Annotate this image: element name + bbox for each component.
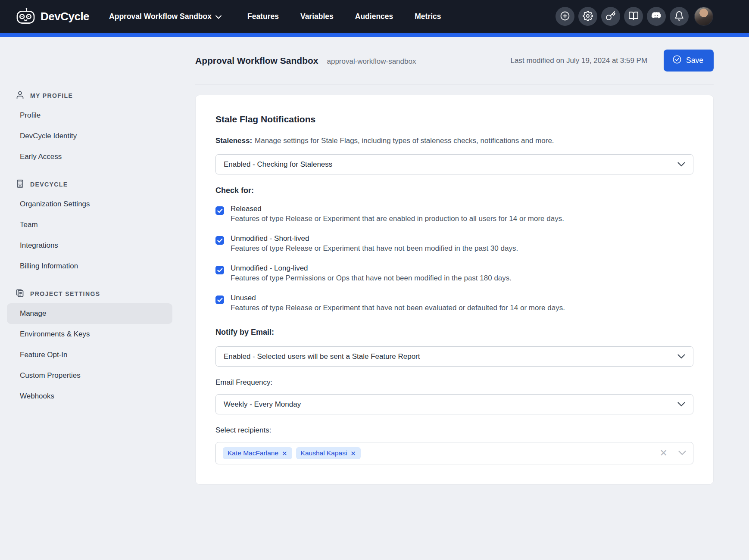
email-frequency-label: Email Frequency: (215, 378, 693, 387)
check-option-label: Unused (231, 294, 565, 302)
sidebar-item-label: Environments & Keys (20, 330, 90, 339)
project-slug: approval-workflow-sandbox (327, 57, 416, 66)
sidebar-item-label: Billing Information (20, 262, 78, 271)
staleness-select[interactable]: Enabled - Checking for Staleness (215, 154, 693, 174)
robot-logo-icon (16, 7, 36, 26)
staleness-check-option[interactable]: Unused Features of type Release or Exper… (215, 294, 693, 312)
last-modified-text: Last modified on July 19, 2024 at 3:59 P… (511, 56, 648, 65)
remove-recipient-icon[interactable]: ✕ (282, 450, 287, 457)
sidebar-item-label: Organization Settings (20, 200, 90, 208)
devcycle-logo[interactable]: DevCycle (16, 7, 89, 26)
check-option-description: Features of type Release or Experiment t… (231, 215, 564, 223)
check-option-description: Features of type Release or Experiment t… (231, 244, 518, 253)
checkbox[interactable] (215, 296, 224, 304)
checkbox[interactable] (215, 236, 224, 245)
page-header: Approval Workflow Sandbox approval-workf… (195, 37, 714, 84)
remove-recipient-icon[interactable]: ✕ (350, 450, 356, 457)
notify-select-value: Enabled - Selected users will be sent a … (224, 352, 420, 361)
save-button-label: Save (686, 56, 703, 65)
sidebar-item[interactable]: Early Access (7, 146, 172, 167)
check-option-description: Features of type Release or Experiment t… (231, 304, 565, 312)
accent-strip (0, 33, 749, 37)
email-frequency-select[interactable]: Weekly - Every Monday (215, 394, 693, 414)
sidebar-section-my-profile: MY PROFILE Profile DevCycle Identity Ear… (7, 90, 172, 167)
page-title: Approval Workflow Sandbox (195, 56, 318, 66)
staleness-select-value: Enabled - Checking for Staleness (224, 160, 332, 169)
sidebar-item[interactable]: Environments & Keys (7, 324, 172, 345)
check-option-label: Released (231, 205, 564, 213)
check-circle-icon (672, 55, 682, 66)
primary-nav: Features Variables Audiences Metrics (247, 12, 441, 21)
building-icon (16, 179, 25, 190)
sidebar-item[interactable]: Webhooks (7, 386, 172, 407)
api-keys-button[interactable] (601, 7, 620, 26)
discord-icon (651, 10, 662, 23)
recipients-multiselect[interactable]: Kate MacFarlane ✕ Kaushal Kapasi ✕ (215, 442, 693, 464)
sidebar-item[interactable]: Profile (7, 105, 172, 126)
chevron-down-icon (215, 12, 222, 21)
create-button[interactable] (556, 7, 574, 26)
nav-link[interactable]: Metrics (415, 12, 441, 21)
recipient-name: Kate MacFarlane (228, 449, 278, 457)
sidebar-item[interactable]: DevCycle Identity (7, 126, 172, 146)
bell-icon (674, 11, 684, 22)
project-selector[interactable]: Approval Workflow Sandbox (109, 12, 222, 21)
check-option-description: Features of type Permissions or Ops that… (231, 274, 512, 283)
divider (673, 448, 673, 459)
sidebar-section-project-settings: PROJECT SETTINGS Manage Environments & K… (7, 289, 172, 407)
navbar-actions (556, 7, 713, 26)
sidebar-item[interactable]: Billing Information (7, 256, 172, 277)
notifications-button[interactable] (670, 7, 689, 26)
discord-button[interactable] (647, 7, 666, 26)
sidebar-item[interactable]: Organization Settings (7, 194, 172, 215)
checkbox[interactable] (215, 266, 224, 274)
recipient-name: Kaushal Kapasi (301, 449, 347, 457)
sidebar-item[interactable]: Custom Properties (7, 365, 172, 386)
staleness-check-option[interactable]: Released Features of type Release or Exp… (215, 205, 693, 223)
plus-circle-icon (560, 11, 570, 22)
check-option-label: Unmodified - Long-lived (231, 264, 512, 273)
user-avatar[interactable] (694, 7, 713, 26)
checkbox[interactable] (215, 206, 224, 215)
sidebar-item-label: DevCycle Identity (20, 132, 77, 140)
save-button[interactable]: Save (664, 50, 714, 72)
sidebar-item[interactable]: Team (7, 215, 172, 235)
chevron-down-icon (677, 352, 685, 361)
staleness-check-option[interactable]: Unmodified - Short-lived Features of typ… (215, 234, 693, 253)
sidebar-item-label: Integrations (20, 241, 58, 250)
recipient-tag: Kate MacFarlane ✕ (223, 447, 292, 459)
recipients-label: Select recipients: (215, 426, 693, 435)
staleness-check-list: Released Features of type Release or Exp… (215, 205, 693, 312)
sidebar-item-label: Team (20, 221, 38, 229)
nav-link[interactable]: Audiences (355, 12, 393, 21)
card-title: Stale Flag Notifications (215, 114, 693, 124)
gear-icon (583, 11, 593, 22)
sidebar-item-label: Custom Properties (20, 371, 81, 380)
person-icon (16, 90, 25, 101)
nav-link[interactable]: Features (247, 12, 279, 21)
clear-recipients-icon[interactable]: ✕ (660, 448, 668, 458)
sidebar-item-label: Manage (20, 309, 46, 318)
chevron-down-icon[interactable] (678, 449, 686, 457)
chevron-down-icon (677, 160, 685, 169)
settings-button[interactable] (578, 7, 597, 26)
recipient-tag-list: Kate MacFarlane ✕ Kaushal Kapasi ✕ (223, 447, 361, 459)
sidebar-section-label: MY PROFILE (30, 92, 73, 99)
notify-by-email-heading: Notify by Email: (215, 328, 693, 337)
sidebar-item-label: Early Access (20, 152, 62, 161)
sidebar-item[interactable]: Feature Opt-In (7, 345, 172, 365)
email-frequency-value: Weekly - Every Monday (224, 400, 301, 409)
sidebar-item[interactable]: Manage (7, 303, 172, 324)
top-navbar: DevCycle Approval Workflow Sandbox Featu… (0, 0, 749, 33)
stale-flag-notifications-card: Stale Flag Notifications Staleness:Manag… (195, 95, 714, 485)
recipient-tag: Kaushal Kapasi ✕ (296, 447, 361, 459)
nav-link[interactable]: Variables (300, 12, 334, 21)
content-area: Stale Flag Notifications Staleness:Manag… (195, 84, 714, 560)
sidebar-section-devcycle: DEVCYCLE Organization Settings Team Inte… (7, 179, 172, 277)
sidebar-item[interactable]: Integrations (7, 235, 172, 256)
app-root: DevCycle Approval Workflow Sandbox Featu… (0, 0, 749, 560)
staleness-check-option[interactable]: Unmodified - Long-lived Features of type… (215, 264, 693, 283)
notify-by-email-select[interactable]: Enabled - Selected users will be sent a … (215, 346, 693, 367)
sidebar-section-label: PROJECT SETTINGS (30, 290, 100, 297)
docs-button[interactable] (624, 7, 643, 26)
